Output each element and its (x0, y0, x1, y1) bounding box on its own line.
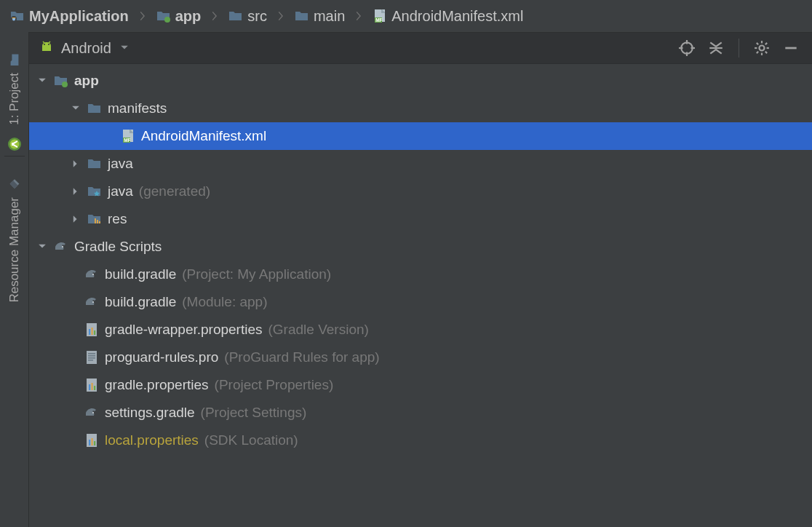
tree-node-build-gradle-project[interactable]: build.gradle (Project: My Application) (29, 261, 812, 288)
expand-arrow-icon[interactable] (70, 213, 81, 225)
android-icon (39, 41, 54, 55)
chevron-icon (273, 9, 289, 23)
project-folder-icon (10, 9, 25, 23)
gradle-icon (84, 405, 99, 420)
node-label: local.properties (105, 432, 199, 448)
node-label: gradle.properties (105, 377, 209, 393)
tool-tab-resource-manager[interactable]: Resource Manager (7, 161, 22, 310)
manifest-file-icon (121, 129, 135, 143)
node-sublabel: (Project Settings) (201, 405, 307, 421)
properties-file-icon (84, 378, 99, 392)
project-tree[interactable]: app manifests AndroidManifest.xml java (29, 64, 812, 527)
android-studio-icon (7, 137, 22, 151)
node-label: Gradle Scripts (74, 239, 162, 255)
crumb-src[interactable]: src (228, 8, 267, 25)
gradle-icon (54, 239, 68, 254)
node-label: build.gradle (105, 266, 176, 282)
crumb-main[interactable]: main (295, 8, 345, 25)
tree-node-settings-gradle[interactable]: settings.gradle (Project Settings) (29, 399, 812, 427)
module-folder-icon (156, 9, 171, 23)
view-selector[interactable]: Android (39, 40, 130, 57)
manifest-file-icon (373, 9, 387, 23)
expand-arrow-icon[interactable] (70, 186, 81, 197)
node-label: AndroidManifest.xml (141, 128, 266, 144)
crumb-label: MyApplication (29, 8, 129, 25)
node-label: java (108, 156, 133, 172)
generated-folder-icon (87, 184, 102, 199)
tree-node-build-gradle-module[interactable]: build.gradle (Module: app) (29, 288, 812, 316)
tree-node-proguard-rules[interactable]: proguard-rules.pro (ProGuard Rules for a… (29, 344, 812, 371)
crumb-label: src (247, 8, 267, 25)
expand-arrow-icon[interactable] (36, 75, 48, 87)
node-sublabel: (generated) (139, 183, 210, 199)
hide-button[interactable] (780, 37, 802, 59)
chevron-down-icon (119, 42, 130, 54)
resource-manager-icon (7, 177, 22, 191)
breadcrumb: MyApplication app src main AndroidManife… (0, 0, 812, 32)
tree-node-gradle-wrapper-properties[interactable]: gradle-wrapper.properties (Gradle Versio… (29, 316, 812, 344)
node-label: proguard-rules.pro (105, 349, 218, 365)
folder-icon (87, 101, 102, 116)
tree-node-java-generated[interactable]: java (generated) (29, 178, 812, 205)
node-label: app (74, 73, 99, 89)
crumb-label: main (314, 8, 345, 25)
select-opened-file-button[interactable] (676, 37, 698, 59)
node-label: build.gradle (105, 294, 176, 310)
project-panel-header: Android (29, 32, 812, 64)
node-label: res (108, 211, 127, 227)
divider (4, 156, 25, 156)
view-name: Android (61, 40, 111, 57)
crumb-androidmanifest[interactable]: AndroidManifest.xml (373, 8, 523, 25)
node-sublabel: (ProGuard Rules for app) (224, 349, 379, 365)
tree-node-gradle-properties[interactable]: gradle.properties (Project Properties) (29, 371, 812, 399)
crumb-myapplication[interactable]: MyApplication (10, 8, 129, 25)
node-label: java (108, 183, 133, 199)
text-file-icon (84, 350, 99, 365)
crumb-label: app (175, 8, 202, 25)
separator (739, 39, 739, 58)
tree-node-java[interactable]: java (29, 150, 812, 178)
project-panel: Android app manifests (29, 32, 812, 527)
tree-node-manifests[interactable]: manifests (29, 95, 812, 122)
expand-arrow-icon[interactable] (36, 241, 48, 253)
tool-window-bar: 1: Project Resource Manager (0, 32, 29, 527)
node-label: settings.gradle (105, 405, 195, 421)
tree-node-local-properties[interactable]: local.properties (SDK Location) (29, 427, 812, 454)
res-folder-icon (87, 212, 102, 226)
properties-file-icon (84, 322, 99, 337)
project-icon (7, 52, 22, 67)
tree-node-androidmanifest[interactable]: AndroidManifest.xml (29, 122, 812, 150)
node-sublabel: (Module: app) (182, 294, 267, 310)
folder-icon (87, 156, 102, 171)
gradle-icon (84, 295, 99, 309)
module-folder-icon (54, 74, 68, 88)
node-sublabel: (Gradle Version) (268, 322, 369, 338)
tool-tab-label: 1: Project (7, 73, 22, 125)
node-label: manifests (108, 100, 167, 116)
tree-node-app[interactable]: app (29, 67, 812, 95)
folder-icon (228, 9, 243, 23)
properties-file-icon (84, 433, 99, 448)
node-sublabel: (Project Properties) (215, 377, 334, 393)
node-sublabel: (Project: My Application) (182, 266, 331, 282)
node-sublabel: (SDK Location) (204, 432, 298, 448)
expand-arrow-icon[interactable] (70, 103, 81, 114)
chevron-icon (207, 9, 223, 23)
settings-button[interactable] (751, 37, 773, 59)
gradle-icon (84, 267, 99, 282)
expand-arrow-icon[interactable] (70, 158, 81, 170)
folder-icon (295, 9, 309, 23)
tool-tab-android-studio[interactable] (7, 132, 22, 151)
crumb-app[interactable]: app (156, 8, 202, 25)
collapse-all-button[interactable] (705, 37, 727, 59)
tree-node-gradle-scripts[interactable]: Gradle Scripts (29, 233, 812, 261)
tool-tab-label: Resource Manager (7, 197, 22, 303)
chevron-icon (351, 9, 367, 23)
node-label: gradle-wrapper.properties (105, 322, 263, 338)
tool-tab-project[interactable]: 1: Project (7, 36, 22, 132)
crumb-label: AndroidManifest.xml (391, 8, 523, 25)
tree-node-res[interactable]: res (29, 205, 812, 233)
chevron-icon (135, 9, 151, 23)
